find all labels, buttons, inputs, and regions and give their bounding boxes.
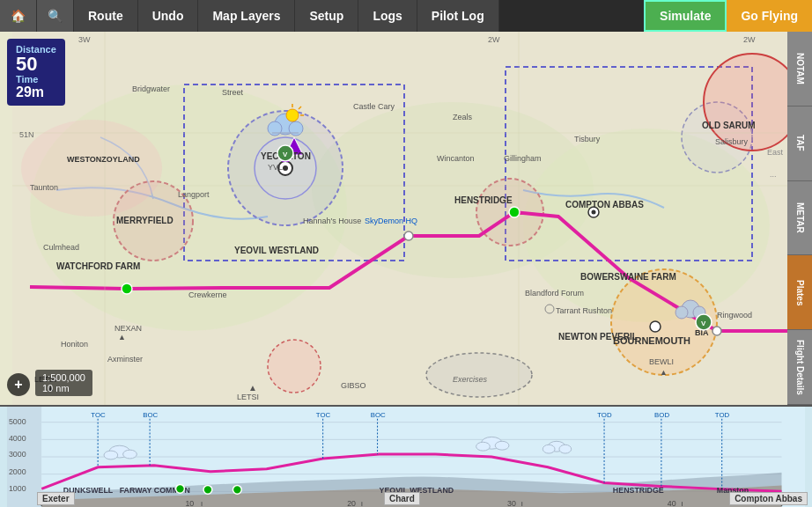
distance-value: 50	[16, 55, 56, 74]
svg-point-109	[476, 442, 491, 451]
flight-details-button[interactable]: Flight Details	[787, 330, 812, 405]
svg-text:LETSI: LETSI	[237, 393, 259, 401]
svg-text:Gillingham: Gillingham	[504, 154, 542, 163]
scale-distance: 10 nm	[42, 383, 85, 393]
svg-text:Axminster: Axminster	[107, 355, 143, 364]
svg-text:WATCHFORD FARM: WATCHFORD FARM	[56, 261, 140, 271]
svg-text:Honiton: Honiton	[61, 340, 88, 349]
svg-text:East: East	[767, 148, 784, 157]
svg-text:TOD: TOD	[715, 411, 730, 419]
svg-text:2W: 2W	[743, 35, 756, 44]
svg-text:TOC: TOC	[91, 411, 106, 419]
svg-text:TOD: TOD	[597, 411, 612, 419]
svg-text:BOC: BOC	[143, 411, 158, 419]
svg-point-34	[675, 306, 688, 319]
svg-point-17	[404, 231, 413, 240]
svg-text:Blandford Forum: Blandford Forum	[525, 289, 584, 298]
profile-strip: 5000 4000 3000 2000 1000 TOC BOC	[0, 405, 812, 507]
svg-text:2000: 2000	[9, 467, 26, 476]
svg-text:Exercises: Exercises	[453, 375, 488, 384]
home-button[interactable]: 🏠	[0, 0, 37, 32]
waypoint-exeter: Exeter	[37, 492, 75, 505]
svg-point-113	[559, 445, 572, 453]
logs-button[interactable]: Logs	[358, 0, 417, 32]
map-area[interactable]: 51N 2W 2W 3W WESTONZOYLAND YEOVILTON YVL…	[0, 32, 812, 405]
svg-text:YEOVIL WESTLAND: YEOVIL WESTLAND	[234, 246, 319, 255]
svg-text:YVL: YVL	[268, 163, 283, 172]
svg-text:Langport: Langport	[178, 190, 210, 199]
svg-text:▲: ▲	[248, 383, 257, 393]
svg-text:NEXAN: NEXAN	[114, 324, 142, 333]
svg-point-14	[268, 340, 321, 393]
svg-point-16	[122, 283, 132, 294]
route-button[interactable]: Route	[74, 0, 138, 32]
svg-text:BOURNEMOUTH: BOURNEMOUTH	[613, 335, 690, 346]
svg-point-112	[543, 445, 555, 453]
svg-text:Tarrant Rushton: Tarrant Rushton	[556, 306, 612, 315]
svg-text:▲: ▲	[660, 368, 668, 377]
svg-text:Zeals: Zeals	[453, 113, 473, 121]
search-button[interactable]: 🔍	[37, 0, 74, 32]
svg-text:BOWERSWAINE FARM: BOWERSWAINE FARM	[580, 272, 676, 282]
taf-button[interactable]: TAF	[787, 107, 812, 181]
svg-text:Hannah's House: Hannah's House	[303, 217, 361, 225]
svg-text:Ringwood: Ringwood	[717, 311, 752, 320]
svg-text:SkyDemon HQ: SkyDemon HQ	[365, 217, 417, 225]
svg-point-106	[104, 451, 118, 459]
time-label: Time	[16, 74, 56, 84]
map-layers-button[interactable]: Map Layers	[198, 0, 295, 32]
svg-point-24	[650, 321, 661, 332]
svg-text:5000: 5000	[9, 417, 26, 426]
svg-text:MERRYFIELD: MERRYFIELD	[116, 216, 173, 225]
svg-text:V: V	[701, 320, 706, 327]
undo-button[interactable]: Undo	[138, 0, 199, 32]
svg-text:GIBSO: GIBSO	[341, 381, 366, 390]
svg-text:Taunton: Taunton	[30, 183, 58, 192]
svg-point-110	[495, 441, 509, 450]
svg-text:2W: 2W	[488, 35, 500, 44]
svg-text:4000: 4000	[9, 434, 26, 443]
notam-button[interactable]: NOTAM	[787, 32, 812, 107]
go-flying-button[interactable]: Go Flying	[727, 0, 812, 32]
svg-text:...: ...	[770, 170, 777, 179]
svg-point-29	[286, 109, 299, 121]
svg-text:TOC: TOC	[316, 411, 331, 419]
svg-text:V: V	[283, 151, 288, 158]
time-value: 29m	[16, 84, 56, 100]
svg-text:WESTONZOYLAND: WESTONZOYLAND	[67, 155, 140, 164]
svg-text:COMPTON ABBAS: COMPTON ABBAS	[565, 200, 644, 209]
svg-text:Crewkerne: Crewkerne	[188, 290, 227, 299]
info-overlay: Distance 50 Time 29m	[7, 39, 65, 106]
svg-text:▲: ▲	[118, 333, 126, 342]
zoom-plus-button[interactable]: +	[7, 373, 30, 396]
scale-ratio: 1:500,000	[42, 372, 85, 383]
svg-point-28	[289, 121, 303, 136]
svg-text:3000: 3000	[9, 450, 26, 459]
svg-point-19	[712, 327, 721, 335]
svg-text:Salisbury: Salisbury	[715, 137, 749, 146]
simulate-button[interactable]: Simulate	[644, 0, 727, 32]
pilot-log-button[interactable]: Pilot Log	[417, 0, 499, 32]
right-panels: NOTAM TAF METAR Plates Flight Details	[787, 32, 812, 405]
svg-text:Culmhead: Culmhead	[43, 243, 79, 252]
svg-point-13	[704, 54, 801, 151]
svg-text:OLD SARUM: OLD SARUM	[702, 121, 756, 130]
plates-button[interactable]: Plates	[787, 255, 812, 330]
svg-text:BOD: BOD	[654, 411, 669, 419]
svg-text:51N: 51N	[19, 130, 34, 139]
svg-text:Castle Cary: Castle Cary	[353, 102, 395, 111]
svg-point-107	[123, 450, 137, 459]
scale-indicator: 1:500,000 10 nm	[35, 370, 92, 396]
svg-text:Tisbury: Tisbury	[574, 135, 601, 143]
metar-button[interactable]: METAR	[787, 181, 812, 256]
svg-point-23	[592, 210, 596, 215]
map-svg: 51N 2W 2W 3W WESTONZOYLAND YEOVILTON YVL…	[0, 32, 812, 405]
svg-text:Street: Street	[222, 88, 244, 97]
svg-text:BOC: BOC	[371, 411, 386, 419]
svg-text:Bridgwater: Bridgwater	[132, 84, 170, 93]
setup-button[interactable]: Setup	[295, 0, 358, 32]
svg-point-21	[283, 165, 288, 171]
waypoint-chard: Chard	[384, 492, 420, 505]
svg-point-18	[509, 207, 520, 217]
svg-text:3W: 3W	[78, 35, 91, 44]
